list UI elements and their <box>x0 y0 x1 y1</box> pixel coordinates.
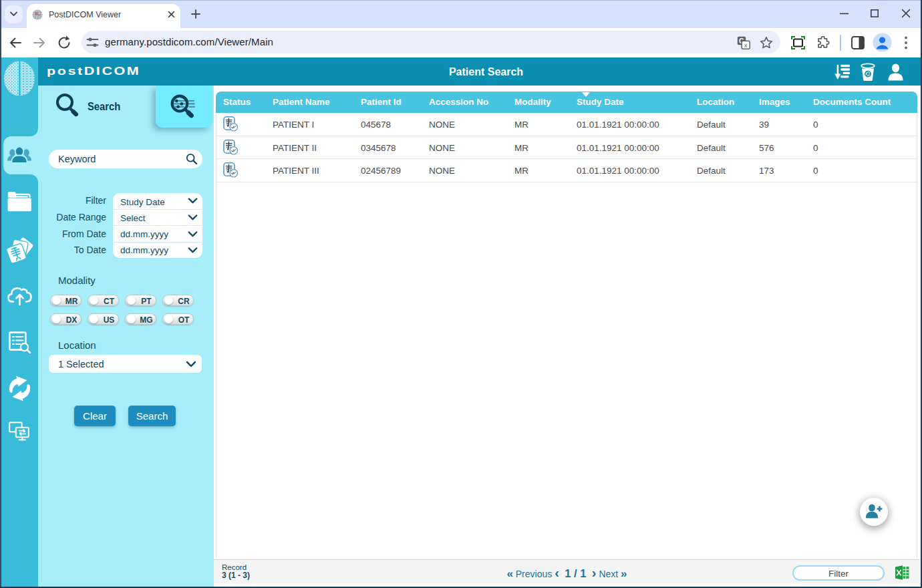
svg-text:x: x <box>744 42 748 49</box>
